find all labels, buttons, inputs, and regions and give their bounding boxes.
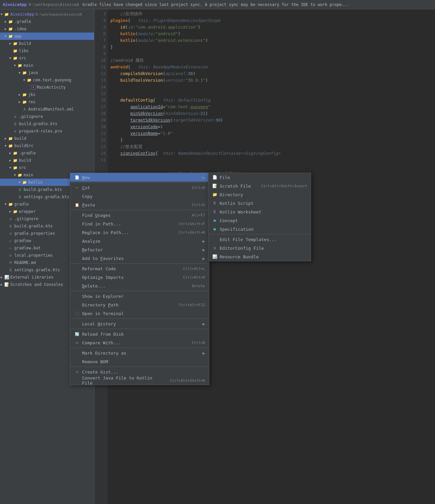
ctx-find-usages[interactable]: Find Usages Alt+F7 xyxy=(70,211,209,219)
arrow-kotlin: ▼ xyxy=(19,181,22,184)
mark-dir-icon xyxy=(74,350,80,356)
arrow-src2: ▼ xyxy=(9,166,13,169)
sub-directory[interactable]: 📁 Directory xyxy=(208,190,311,199)
ctx-refactor[interactable]: Refactor ▶ xyxy=(70,245,209,254)
kotlin-icon-mainactivity: K xyxy=(31,85,36,90)
ctx-add-fav[interactable]: Add to Favorites ▶ xyxy=(70,254,209,263)
folder-icon-main: 📁 xyxy=(17,63,23,68)
ctx-convert-java[interactable]: Convert Java File to Kotlin File Ctrl+Al… xyxy=(70,376,209,385)
ctx-mark-dir-label: Mark Directory as xyxy=(82,351,201,356)
tree-item-src[interactable]: ▼ 📁 src xyxy=(0,54,94,62)
new-icon: 📄 xyxy=(74,174,80,180)
label-build-gradle3: build.gradle.kts xyxy=(14,224,53,228)
local-history-arrow: ▶ xyxy=(202,321,205,326)
tree-item-libs[interactable]: ▶ 📁 libs xyxy=(0,47,94,54)
optimize-shortcut: Ctrl+Alt+O xyxy=(183,275,205,280)
tree-item-androidmanifest[interactable]: ▶ A AndroidManifest.xml xyxy=(0,106,94,113)
sub-specification[interactable]: ● Specification xyxy=(208,225,311,233)
ctx-sep2 xyxy=(70,263,209,264)
add-fav-arrow: ▶ xyxy=(202,256,205,261)
ctx-optimize[interactable]: Optimize Imports Ctrl+Alt+O xyxy=(70,273,209,282)
label-buildsrc: buildSrc xyxy=(14,143,34,148)
workspace-path: D:\workspace\AivoiceA xyxy=(29,2,79,7)
ctx-analyze[interactable]: Analyze ▶ xyxy=(70,237,209,245)
ctx-reload-disk[interactable]: 🔄 Reload from Disk xyxy=(70,330,209,338)
gradle-warning: Gradle files have changed since last pro… xyxy=(82,2,349,7)
sub-concept[interactable]: ● Concept xyxy=(208,216,311,225)
tree-item-gradle2[interactable]: ▶ 📁 .gradle xyxy=(0,149,94,157)
ctx-paste[interactable]: 📋 Paste Ctrl+V xyxy=(70,201,209,209)
tree-item-build1[interactable]: ▶ 📁 build xyxy=(0,40,94,47)
tree-item-gitignore1[interactable]: ▶ ⚙ .gitignore xyxy=(0,113,94,120)
tree-item-jks[interactable]: ▶ 📁 jks xyxy=(0,91,94,98)
sub-concept-label: Concept xyxy=(220,218,307,223)
label-build-gradle1: build.gradle.kts xyxy=(19,122,57,126)
tree-item-mainactivity[interactable]: ▶ K MainActivity xyxy=(0,84,94,91)
sub-editorconfig[interactable]: ⚙ EditorConfig File xyxy=(208,244,311,252)
sub-scratch-file[interactable]: 📝 Scratch File Ctrl+Alt+Shift+Insert xyxy=(208,182,311,190)
ctx-cut[interactable]: ✂ Cut Ctrl+X xyxy=(70,183,209,192)
tree-item-build2[interactable]: ▶ 📁 build xyxy=(0,135,94,142)
sub-kotlin-worksheet[interactable]: K Kotlin Worksheet xyxy=(208,208,311,216)
label-gradlew-bat: gradlew.bat xyxy=(14,246,41,250)
tree-item-idea[interactable]: ▶ 📁 .idea xyxy=(0,25,94,33)
tree-item-res[interactable]: ▶ 📁 res xyxy=(0,98,94,106)
mark-dir-arrow: ▶ xyxy=(202,351,205,356)
ctx-new[interactable]: 📄 New ▶ xyxy=(70,173,209,182)
sub-file[interactable]: 📄 File xyxy=(208,173,311,182)
arrow-main2: ▼ xyxy=(14,173,17,177)
folder-icon-wrapper: 📁 xyxy=(13,209,18,214)
tree-item-build-gradle1[interactable]: ▶ G build.gradle.kts xyxy=(0,120,94,127)
ctx-replace-path[interactable]: Replace in Path... Ctrl+Shift+R xyxy=(70,228,209,237)
tree-root[interactable]: ▼ 📁 AivoiceApp D:\workspace\AivoiceA xyxy=(0,11,94,18)
arrow-root: ▼ xyxy=(1,13,4,16)
file-icon-gradlew-bat: ▷ xyxy=(8,245,13,251)
sub-scratch-shortcut: Ctrl+Alt+Shift+Insert xyxy=(261,184,307,188)
ctx-delete[interactable]: Delete... Delete xyxy=(70,282,209,290)
ctx-find-path[interactable]: Find in Path... Ctrl+Shift+F xyxy=(70,219,209,228)
ctx-remove-bom[interactable]: Remove BOM xyxy=(70,357,209,366)
sub-resource-bundle[interactable]: 📊 Resource Bundle xyxy=(208,252,311,261)
tree-item-app[interactable]: ▼ 📁 app xyxy=(0,33,94,40)
tree-item-java[interactable]: ▼ 📁 java xyxy=(0,69,94,76)
label-readme: README.md xyxy=(14,260,36,265)
ctx-local-history[interactable]: Local History ▶ xyxy=(70,319,209,328)
label-settings-gradle2: settings.gradle.kts xyxy=(14,268,60,272)
tree-item-buildsrc[interactable]: ▼ 📁 buildSrc xyxy=(0,142,94,149)
label-settings-gradle1: settings.gradle.kts xyxy=(24,195,69,199)
code-line-6: kotlin( module: "android") xyxy=(110,31,432,37)
label-app: app xyxy=(14,34,22,39)
find-usages-icon xyxy=(74,212,80,218)
tree-item-main[interactable]: ▼ 📁 main xyxy=(0,62,94,69)
tree-item-gradle-root[interactable]: ▶ 📁 .gradle xyxy=(0,18,94,25)
ctx-refactor-label: Refactor xyxy=(82,247,201,252)
ctx-copy[interactable]: Copy xyxy=(70,192,209,201)
ctx-sep4 xyxy=(70,318,209,319)
tree-item-build3[interactable]: ▶ 📁 build xyxy=(0,157,94,164)
folder-icon-java: 📁 xyxy=(22,70,27,75)
top-bar: AivoiceApp D:\workspace\AivoiceA Gradle … xyxy=(0,0,435,9)
tree-label-root: AivoiceApp xyxy=(10,12,34,17)
sub-edit-templates[interactable]: Edit File Templates... xyxy=(208,235,311,244)
label-build1: build xyxy=(19,41,31,46)
sub-kotlin-script[interactable]: K Kotlin Script xyxy=(208,199,311,208)
tree-item-proguard[interactable]: ▶ ⚙ proguard-rules.pro xyxy=(0,127,94,135)
ctx-show-explorer[interactable]: Show in Explorer xyxy=(70,292,209,300)
ctx-create-gist[interactable]: ⊙ Create Gist... xyxy=(70,368,209,376)
ctx-compare[interactable]: ↔ Compare With... Ctrl+D xyxy=(70,338,209,347)
code-line-8: } xyxy=(110,44,432,50)
tree-item-com[interactable]: ▼ 📁 com.text.guoyong xyxy=(0,76,94,84)
code-line-23: //签名配置 xyxy=(110,143,432,150)
ctx-reformat[interactable]: Reformat Code Ctrl+Alt+L xyxy=(70,264,209,273)
label-local-props: local.properties xyxy=(14,253,53,258)
tree-item-src2[interactable]: ▼ 📁 src xyxy=(0,164,94,171)
ctx-mark-dir[interactable]: Mark Directory as ▶ xyxy=(70,349,209,357)
code-line-18: minSdkVersion ( minSdkVersion: 21) xyxy=(110,110,432,117)
workspace-hint: D:\workspace\AivoiceA xyxy=(36,12,82,17)
ctx-sep3 xyxy=(70,291,209,291)
ctx-open-terminal[interactable]: ⬛ Open in Terminal xyxy=(70,309,209,318)
code-line-11: android { this: BaseAppModuleExtension xyxy=(110,64,432,70)
arrow-res: ▶ xyxy=(19,100,22,104)
cut-icon: ✂ xyxy=(74,185,80,191)
ctx-dir-path[interactable]: Directory Path Ctrl+Alt+F12 xyxy=(70,300,209,309)
